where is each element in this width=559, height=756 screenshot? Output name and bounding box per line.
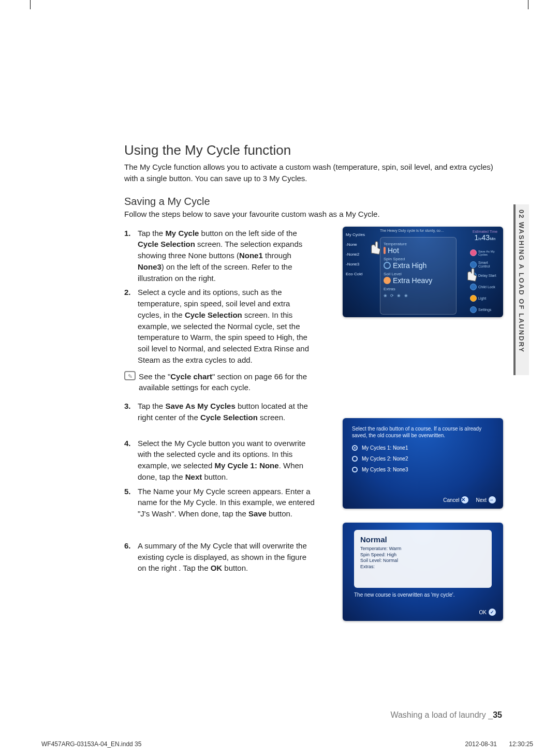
settings-card: Temperature Hot Spin Speed Extra High So…	[380, 237, 457, 315]
spin-icon	[384, 262, 391, 269]
figure-summary-dialog: Normal Temperature: Warm Spin Speed: Hig…	[343, 523, 503, 621]
lock-icon	[470, 284, 477, 290]
note: ✎ See the "Cycle chart" section on page …	[124, 371, 316, 394]
side-tab-label: 02 WASHING A LOAD OF LAUNDRY	[518, 210, 525, 353]
step-6: 6. A summary of the My Cycle that will o…	[124, 540, 316, 574]
figure-select-cycle-dialog: Select the radio button of a course. If …	[343, 418, 503, 509]
spin-speed-value[interactable]: Extra High	[384, 261, 453, 270]
none3-button[interactable]: -None3	[345, 259, 376, 269]
heart-icon	[470, 249, 477, 256]
crop-mark	[30, 0, 31, 9]
hand-pointer-icon	[464, 267, 479, 283]
page: 02 WASHING A LOAD OF LAUNDRY Using the M…	[31, 26, 528, 725]
step-2: 2. Select a cycle and its options, such …	[124, 287, 316, 365]
radio-option-1[interactable]: My Cycles 1: None1	[352, 445, 494, 451]
ok-button[interactable]: OK✓	[479, 609, 496, 616]
section-side-tab: 02 WASHING A LOAD OF LAUNDRY	[513, 204, 529, 375]
crop-mark	[528, 0, 528, 9]
imprint-time: 12:30:25	[509, 740, 533, 748]
intro-text: The My Cycle function allows you to acti…	[124, 161, 497, 184]
cycle-name: Normal	[360, 535, 486, 544]
step-5: 5. The Name your My Cycle screen appears…	[124, 486, 316, 520]
radio-option-2[interactable]: My Cycles 2: None2	[352, 456, 494, 462]
radio-icon	[352, 467, 358, 472]
section-heading: Using the My Cycle function	[124, 142, 497, 158]
step-number: 6.	[124, 540, 131, 552]
imprint-file: WF457ARG-03153A-04_EN.indd 35	[41, 740, 141, 748]
imprint-date: 2012-08-31	[465, 740, 497, 748]
soil-icon	[384, 277, 391, 284]
step-number: 1.	[124, 228, 131, 239]
follow-text: Follow the steps below to save your favo…	[124, 210, 497, 218]
save-as-my-cycles-button[interactable]: Save As My Cycles	[470, 249, 499, 256]
content: Using the My Cycle function The My Cycle…	[124, 142, 497, 577]
gear-icon	[470, 306, 477, 313]
hand-pointer-icon	[367, 240, 383, 256]
overwrite-message: The new course is overwritten as 'my cyc…	[354, 592, 492, 598]
radio-icon	[352, 445, 358, 451]
note-icon: ✎	[124, 371, 136, 380]
check-icon: ✓	[489, 609, 496, 616]
thermometer-icon	[384, 247, 386, 254]
radio-option-3[interactable]: My Cycles 3: None3	[352, 467, 494, 472]
next-button[interactable]: Next→	[476, 496, 496, 503]
dialog-header: Select the radio button of a course. If …	[352, 425, 494, 439]
step-number: 5.	[124, 486, 131, 497]
cancel-button[interactable]: Cancel✕	[443, 496, 468, 503]
step-number: 3.	[124, 401, 131, 412]
child-lock-button[interactable]: Child Lock	[470, 284, 499, 290]
page-number: 35	[493, 710, 502, 719]
step-4: 4. Select the My Cycle button you want t…	[124, 438, 316, 483]
page-footer: Washing a load of laundry _35	[390, 710, 502, 720]
my-cycles-dropdown[interactable]: My Cycles	[345, 230, 376, 240]
step-1: 1. Tap the My Cycle button on the left s…	[124, 228, 316, 284]
close-icon: ✕	[461, 496, 468, 503]
step-3: 3. Tap the Save As My Cycles button loca…	[124, 401, 316, 423]
step-number: 4.	[124, 438, 131, 449]
radio-icon	[352, 456, 358, 462]
figure-cycle-selection: My Cycles -None -None2 -None3 Eco Cold T…	[343, 227, 503, 317]
cycle-banner: The Heavy Duty cycle is for sturdy, co…	[380, 229, 458, 232]
arrow-right-icon: →	[489, 496, 496, 503]
soil-level-value[interactable]: Extra Heavy	[384, 276, 453, 285]
eco-cold-button[interactable]: Eco Cold	[345, 269, 376, 279]
extras-row[interactable]: ❀ ⟳ ❀ ❀	[384, 293, 453, 298]
step-number: 2.	[124, 287, 131, 298]
estimated-time: Estimated Time 1hr43Min	[470, 230, 500, 242]
temperature-value[interactable]: Hot	[384, 246, 453, 255]
bulb-icon	[470, 295, 477, 302]
sub-heading: Saving a My Cycle	[124, 196, 497, 207]
summary-card: Normal Temperature: Warm Spin Speed: Hig…	[354, 530, 492, 588]
settings-button[interactable]: Settings	[470, 306, 499, 313]
light-button[interactable]: Light	[470, 295, 499, 302]
